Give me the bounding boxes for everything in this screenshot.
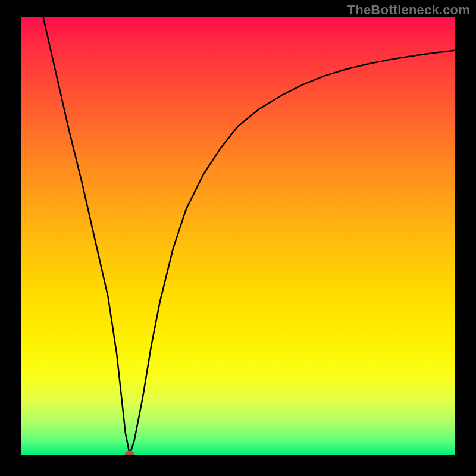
chart-frame: TheBottleneck.com: [0, 0, 476, 476]
bottleneck-curve: [21, 17, 455, 455]
watermark-label: TheBottleneck.com: [347, 2, 470, 18]
optimal-point-marker: [125, 451, 134, 455]
plot-area: [21, 17, 455, 455]
